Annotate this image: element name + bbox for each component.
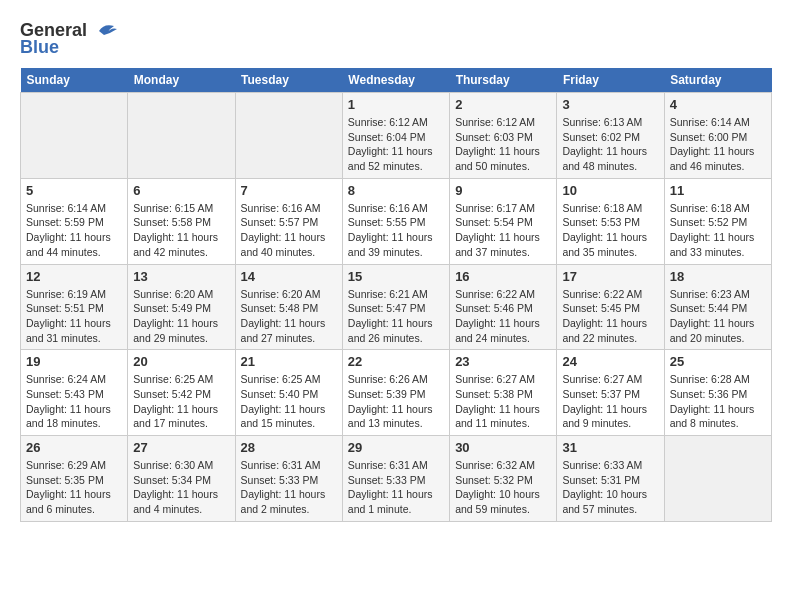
calendar-day-cell: 22Sunrise: 6:26 AM Sunset: 5:39 PM Dayli… [342, 350, 449, 436]
calendar-day-cell: 15Sunrise: 6:21 AM Sunset: 5:47 PM Dayli… [342, 264, 449, 350]
calendar-empty-cell [128, 93, 235, 179]
calendar-day-cell: 31Sunrise: 6:33 AM Sunset: 5:31 PM Dayli… [557, 436, 664, 522]
calendar-week-row: 1Sunrise: 6:12 AM Sunset: 6:04 PM Daylig… [21, 93, 772, 179]
day-info: Sunrise: 6:25 AM Sunset: 5:40 PM Dayligh… [241, 372, 337, 431]
calendar-day-cell: 20Sunrise: 6:25 AM Sunset: 5:42 PM Dayli… [128, 350, 235, 436]
day-info: Sunrise: 6:17 AM Sunset: 5:54 PM Dayligh… [455, 201, 551, 260]
calendar-day-cell: 4Sunrise: 6:14 AM Sunset: 6:00 PM Daylig… [664, 93, 771, 179]
logo-blue-text: Blue [20, 37, 59, 58]
day-number: 16 [455, 269, 551, 284]
day-info: Sunrise: 6:27 AM Sunset: 5:37 PM Dayligh… [562, 372, 658, 431]
day-number: 12 [26, 269, 122, 284]
calendar-day-cell: 29Sunrise: 6:31 AM Sunset: 5:33 PM Dayli… [342, 436, 449, 522]
calendar-table: SundayMondayTuesdayWednesdayThursdayFrid… [20, 68, 772, 522]
day-info: Sunrise: 6:27 AM Sunset: 5:38 PM Dayligh… [455, 372, 551, 431]
day-number: 11 [670, 183, 766, 198]
day-number: 14 [241, 269, 337, 284]
day-info: Sunrise: 6:18 AM Sunset: 5:53 PM Dayligh… [562, 201, 658, 260]
calendar-day-cell: 3Sunrise: 6:13 AM Sunset: 6:02 PM Daylig… [557, 93, 664, 179]
day-number: 24 [562, 354, 658, 369]
day-number: 3 [562, 97, 658, 112]
calendar-empty-cell [664, 436, 771, 522]
weekday-header-saturday: Saturday [664, 68, 771, 93]
calendar-week-row: 19Sunrise: 6:24 AM Sunset: 5:43 PM Dayli… [21, 350, 772, 436]
calendar-day-cell: 17Sunrise: 6:22 AM Sunset: 5:45 PM Dayli… [557, 264, 664, 350]
day-info: Sunrise: 6:29 AM Sunset: 5:35 PM Dayligh… [26, 458, 122, 517]
calendar-day-cell: 10Sunrise: 6:18 AM Sunset: 5:53 PM Dayli… [557, 178, 664, 264]
day-number: 10 [562, 183, 658, 198]
calendar-day-cell: 18Sunrise: 6:23 AM Sunset: 5:44 PM Dayli… [664, 264, 771, 350]
day-number: 22 [348, 354, 444, 369]
day-info: Sunrise: 6:14 AM Sunset: 5:59 PM Dayligh… [26, 201, 122, 260]
day-info: Sunrise: 6:26 AM Sunset: 5:39 PM Dayligh… [348, 372, 444, 431]
day-info: Sunrise: 6:25 AM Sunset: 5:42 PM Dayligh… [133, 372, 229, 431]
weekday-header-monday: Monday [128, 68, 235, 93]
day-info: Sunrise: 6:28 AM Sunset: 5:36 PM Dayligh… [670, 372, 766, 431]
weekday-header-row: SundayMondayTuesdayWednesdayThursdayFrid… [21, 68, 772, 93]
calendar-day-cell: 13Sunrise: 6:20 AM Sunset: 5:49 PM Dayli… [128, 264, 235, 350]
day-number: 26 [26, 440, 122, 455]
day-info: Sunrise: 6:22 AM Sunset: 5:45 PM Dayligh… [562, 287, 658, 346]
calendar-day-cell: 30Sunrise: 6:32 AM Sunset: 5:32 PM Dayli… [450, 436, 557, 522]
calendar-day-cell: 21Sunrise: 6:25 AM Sunset: 5:40 PM Dayli… [235, 350, 342, 436]
day-number: 25 [670, 354, 766, 369]
day-info: Sunrise: 6:16 AM Sunset: 5:55 PM Dayligh… [348, 201, 444, 260]
day-number: 8 [348, 183, 444, 198]
day-info: Sunrise: 6:31 AM Sunset: 5:33 PM Dayligh… [348, 458, 444, 517]
day-info: Sunrise: 6:14 AM Sunset: 6:00 PM Dayligh… [670, 115, 766, 174]
calendar-week-row: 12Sunrise: 6:19 AM Sunset: 5:51 PM Dayli… [21, 264, 772, 350]
calendar-day-cell: 27Sunrise: 6:30 AM Sunset: 5:34 PM Dayli… [128, 436, 235, 522]
day-number: 21 [241, 354, 337, 369]
day-info: Sunrise: 6:19 AM Sunset: 5:51 PM Dayligh… [26, 287, 122, 346]
day-number: 23 [455, 354, 551, 369]
day-number: 15 [348, 269, 444, 284]
calendar-day-cell: 1Sunrise: 6:12 AM Sunset: 6:04 PM Daylig… [342, 93, 449, 179]
weekday-header-thursday: Thursday [450, 68, 557, 93]
day-number: 6 [133, 183, 229, 198]
calendar-day-cell: 6Sunrise: 6:15 AM Sunset: 5:58 PM Daylig… [128, 178, 235, 264]
calendar-day-cell: 28Sunrise: 6:31 AM Sunset: 5:33 PM Dayli… [235, 436, 342, 522]
calendar-day-cell: 19Sunrise: 6:24 AM Sunset: 5:43 PM Dayli… [21, 350, 128, 436]
calendar-week-row: 5Sunrise: 6:14 AM Sunset: 5:59 PM Daylig… [21, 178, 772, 264]
day-number: 2 [455, 97, 551, 112]
calendar-day-cell: 8Sunrise: 6:16 AM Sunset: 5:55 PM Daylig… [342, 178, 449, 264]
weekday-header-sunday: Sunday [21, 68, 128, 93]
day-info: Sunrise: 6:22 AM Sunset: 5:46 PM Dayligh… [455, 287, 551, 346]
day-number: 27 [133, 440, 229, 455]
day-number: 30 [455, 440, 551, 455]
page-header: General Blue [20, 20, 772, 58]
day-info: Sunrise: 6:23 AM Sunset: 5:44 PM Dayligh… [670, 287, 766, 346]
day-number: 28 [241, 440, 337, 455]
weekday-header-friday: Friday [557, 68, 664, 93]
day-number: 18 [670, 269, 766, 284]
day-info: Sunrise: 6:32 AM Sunset: 5:32 PM Dayligh… [455, 458, 551, 517]
calendar-day-cell: 23Sunrise: 6:27 AM Sunset: 5:38 PM Dayli… [450, 350, 557, 436]
day-number: 4 [670, 97, 766, 112]
day-number: 7 [241, 183, 337, 198]
calendar-week-row: 26Sunrise: 6:29 AM Sunset: 5:35 PM Dayli… [21, 436, 772, 522]
day-info: Sunrise: 6:20 AM Sunset: 5:49 PM Dayligh… [133, 287, 229, 346]
day-number: 1 [348, 97, 444, 112]
calendar-day-cell: 25Sunrise: 6:28 AM Sunset: 5:36 PM Dayli… [664, 350, 771, 436]
day-info: Sunrise: 6:16 AM Sunset: 5:57 PM Dayligh… [241, 201, 337, 260]
logo: General Blue [20, 20, 119, 58]
calendar-day-cell: 16Sunrise: 6:22 AM Sunset: 5:46 PM Dayli… [450, 264, 557, 350]
day-info: Sunrise: 6:24 AM Sunset: 5:43 PM Dayligh… [26, 372, 122, 431]
calendar-day-cell: 7Sunrise: 6:16 AM Sunset: 5:57 PM Daylig… [235, 178, 342, 264]
calendar-empty-cell [235, 93, 342, 179]
logo-bird-icon [89, 21, 119, 41]
calendar-day-cell: 14Sunrise: 6:20 AM Sunset: 5:48 PM Dayli… [235, 264, 342, 350]
day-info: Sunrise: 6:20 AM Sunset: 5:48 PM Dayligh… [241, 287, 337, 346]
day-number: 19 [26, 354, 122, 369]
day-info: Sunrise: 6:18 AM Sunset: 5:52 PM Dayligh… [670, 201, 766, 260]
day-number: 13 [133, 269, 229, 284]
calendar-empty-cell [21, 93, 128, 179]
day-info: Sunrise: 6:12 AM Sunset: 6:03 PM Dayligh… [455, 115, 551, 174]
day-number: 29 [348, 440, 444, 455]
weekday-header-tuesday: Tuesday [235, 68, 342, 93]
day-number: 31 [562, 440, 658, 455]
day-info: Sunrise: 6:15 AM Sunset: 5:58 PM Dayligh… [133, 201, 229, 260]
day-info: Sunrise: 6:31 AM Sunset: 5:33 PM Dayligh… [241, 458, 337, 517]
day-info: Sunrise: 6:13 AM Sunset: 6:02 PM Dayligh… [562, 115, 658, 174]
calendar-day-cell: 2Sunrise: 6:12 AM Sunset: 6:03 PM Daylig… [450, 93, 557, 179]
